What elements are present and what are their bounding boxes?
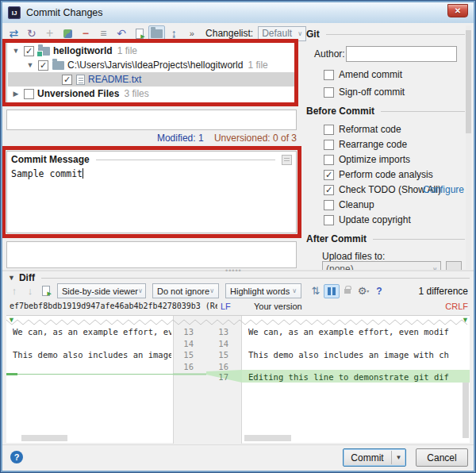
checkbox[interactable] [324, 70, 334, 80]
empty-list-area [6, 110, 297, 130]
diff-settings-gear-icon[interactable]: ⚙▾ [355, 284, 371, 298]
checkbox[interactable] [324, 200, 334, 210]
changed-files-tree[interactable]: ▼ ✓ hellogitworld 1 file ▼ ✓ C:\Users\Ja… [6, 41, 297, 105]
viewer-mode-dropdown[interactable]: Side-by-side viewer ∨ [57, 283, 146, 298]
viewer-mode-value: Side-by-side viewer [62, 286, 138, 296]
commit-message-panel[interactable]: Commit Message Sample commit [6, 151, 297, 233]
window-title: Commit Changes [26, 7, 103, 18]
status-line: Modified: 1 Unversioned: 0 of 3 [6, 133, 297, 144]
highlight-policy-dropdown[interactable]: Highlight words ∨ [225, 283, 301, 298]
chevron-down-icon[interactable]: ▼ [11, 47, 21, 55]
collapse-triangle-icon[interactable]: ▼ [8, 274, 15, 282]
author-input[interactable] [346, 46, 457, 62]
diff-right-line: We can, as an example effort, even modif [248, 327, 469, 336]
move-to-changelist-icon[interactable] [59, 25, 77, 41]
scrollbar-thumb[interactable] [466, 30, 471, 133]
rollback-icon[interactable]: ↶ [113, 25, 131, 41]
chevron-down-icon[interactable]: ▼ [392, 454, 405, 461]
tree-row-count: 1 file [117, 45, 137, 56]
checkbox[interactable] [324, 140, 334, 150]
tree-row-project[interactable]: ▼ ✓ hellogitworld 1 file [8, 44, 137, 58]
amend-commit-option[interactable]: Amend commit [324, 68, 402, 81]
reformat-code-option[interactable]: Reformat code [324, 123, 401, 136]
jump-to-source-icon[interactable]: ▶ [130, 25, 148, 41]
checkbox[interactable] [324, 155, 334, 165]
diff-section-header[interactable]: ▼ Diff [8, 272, 470, 283]
tree-row-directory[interactable]: ▼ ✓ C:\Users\Jarvis\IdeaProjects\hellogi… [8, 58, 268, 72]
expand-all-icon[interactable]: ↨ [165, 25, 183, 41]
checkbox[interactable] [324, 125, 334, 135]
edit-source-icon[interactable]: ▶ [38, 284, 54, 298]
right-pane-hscrollbar[interactable] [244, 435, 291, 441]
collapse-unchanged-icon[interactable]: ⇅ [308, 284, 324, 298]
changes-toolbar: ⇄ ↻ + − ≡ ↶ ▶ ↨ » Changelist: Default ∨ [5, 25, 306, 42]
help-button[interactable]: ? [10, 451, 23, 463]
text-file-icon [76, 75, 85, 85]
line-number: 16 [208, 362, 235, 371]
intellij-logo-icon: IJ [8, 6, 21, 19]
before-commit-section-header: Before Commit [306, 106, 374, 117]
help-icon[interactable]: ? [371, 284, 387, 298]
right-pane-vscrollbar[interactable] [463, 383, 469, 438]
tree-row-readme[interactable]: ✓ README.txt [8, 72, 295, 87]
commit-button[interactable]: Commit ▼ [343, 448, 406, 467]
diff-header-label: Diff [19, 272, 35, 283]
options-scrollbar[interactable] [466, 25, 471, 269]
lock-scroll-icon[interactable] [340, 284, 355, 298]
upload-files-label: Upload files to: [322, 251, 385, 262]
chevron-down-icon: ∨ [298, 30, 302, 37]
sign-off-commit-option[interactable]: Sign-off commit [324, 86, 405, 98]
configure-link[interactable]: Configure [423, 184, 464, 195]
commit-message-input[interactable]: Sample commit [11, 168, 83, 179]
line-number: 14 [173, 339, 200, 348]
checkbox[interactable]: ✓ [38, 60, 48, 71]
left-eol-badge: LF [221, 302, 231, 311]
left-pane-hscrollbar[interactable] [21, 435, 67, 441]
modified-count: Modified: 1 [157, 133, 204, 144]
cleanup-option[interactable]: Cleanup [324, 198, 374, 211]
fold-marker-icon[interactable]: ▼ [8, 316, 15, 324]
checkbox[interactable] [24, 89, 34, 99]
changelist-label: Changelist: [205, 28, 253, 39]
checkbox[interactable]: ✓ [324, 170, 334, 180]
next-difference-icon[interactable]: ↓ [22, 284, 38, 298]
changelist-dropdown[interactable]: Default ∨ [258, 26, 306, 41]
author-label: Author: [314, 48, 345, 60]
cancel-button[interactable]: Cancel [416, 448, 468, 467]
ignore-policy-dropdown[interactable]: Do not ignore ∨ [152, 283, 219, 298]
previous-difference-icon[interactable]: ↑ [6, 284, 22, 298]
option-label: Optimize imports [339, 154, 410, 165]
checkbox[interactable]: ✓ [324, 185, 334, 195]
close-button[interactable]: ✕ [447, 4, 468, 17]
tree-row-count: 3 files [124, 88, 148, 99]
rearrange-code-option[interactable]: Rearrange code [324, 138, 407, 151]
perform-code-analysis-option[interactable]: ✓ Perform code analysis [324, 168, 433, 181]
option-label: Sign-off commit [339, 87, 405, 98]
add-icon[interactable]: + [40, 25, 59, 41]
commit-changes-dialog: IJ Commit Changes ✕ ⇄ ↻ + − ≡ ↶ ▶ ↨ » Ch… [0, 0, 476, 473]
changelist-legend-icon[interactable]: ≡ [94, 25, 113, 41]
synchronize-panes-icon[interactable] [324, 284, 340, 298]
group-by-directory-icon[interactable] [148, 25, 165, 41]
checkbox[interactable] [324, 87, 334, 98]
checkbox[interactable] [324, 215, 334, 225]
delete-icon[interactable]: − [77, 25, 95, 41]
chevron-down-icon[interactable]: ▼ [25, 61, 35, 69]
option-label: Perform code analysis [339, 169, 433, 180]
message-history-icon[interactable] [282, 155, 292, 165]
chevron-right-icon[interactable]: ▶ [11, 90, 21, 98]
optimize-imports-option[interactable]: Optimize imports [324, 153, 410, 166]
tree-row-unversioned[interactable]: ▶ Unversioned Files 3 files [8, 87, 149, 101]
show-diff-icon[interactable]: ⇄ [5, 25, 23, 41]
refresh-icon[interactable]: ↻ [23, 25, 41, 41]
git-section-header: Git [306, 29, 320, 40]
more-actions-icon[interactable]: » [182, 25, 201, 41]
checkbox[interactable]: ✓ [62, 75, 72, 85]
tree-row-label: hellogitworld [53, 45, 113, 56]
fold-marker-icon[interactable]: ▼ [462, 316, 469, 324]
checkbox[interactable]: ✓ [24, 46, 34, 56]
title-bar[interactable]: IJ Commit Changes ✕ [2, 2, 474, 23]
diff-editor[interactable]: ▼ ▼ We can, as an example effort, even m… [6, 315, 470, 443]
update-copyright-option[interactable]: Update copyright [324, 213, 411, 226]
chevron-down-icon: ∨ [292, 287, 297, 294]
